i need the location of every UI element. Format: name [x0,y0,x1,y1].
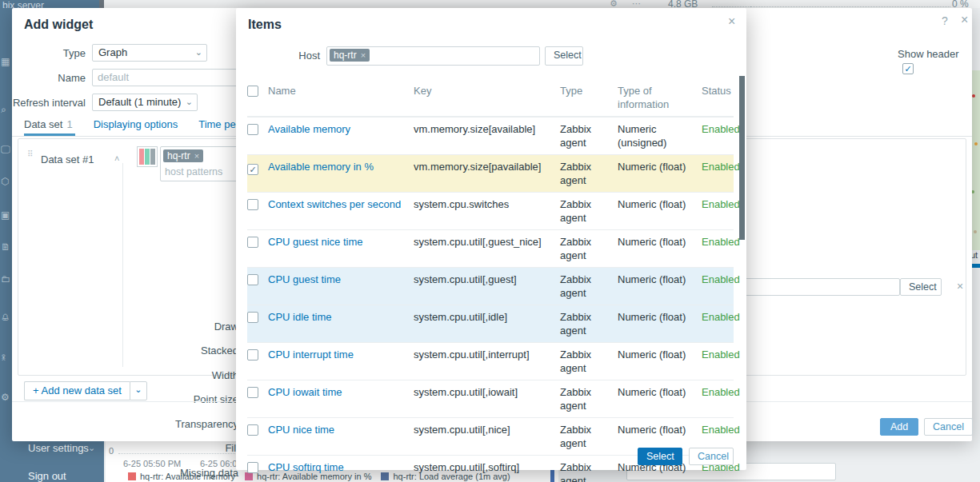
table-header-row: NameKeyTypeType of informationStatus [247,80,734,117]
item-name-link[interactable]: CPU guest time [268,273,341,285]
item-type-of-information: Numeric (float) [618,380,702,417]
add-data-set-dropdown-button[interactable]: ⌄ [130,381,147,400]
host-select-button[interactable]: Select [545,46,583,66]
swatch-stripe [145,149,150,165]
item-name-link[interactable]: CPU iowait time [268,386,342,398]
data-set-title: Data set #1 [41,153,94,165]
select-button[interactable]: Select [638,448,682,465]
collapse-icon[interactable]: ˄ [114,153,119,163]
item-name-link[interactable]: CPU interrupt time [268,349,354,361]
item-type: Zabbix agent [560,230,618,267]
sidebar-item-sign-out[interactable]: Sign out [28,470,66,482]
item-type: Zabbix agent [560,380,618,417]
row-checkbox[interactable]: ✓ [247,164,258,175]
table-row: CPU iowait timesystem.cpu.util[,iowait]Z… [247,380,734,417]
tab-badge: 1 [66,118,72,130]
help-icon[interactable]: ? [942,14,948,27]
column-header: Type [560,80,618,116]
close-icon[interactable]: × [961,13,968,27]
monitoring-icon[interactable]: 🖵 [1,144,12,157]
scrollbar-thumb[interactable] [739,76,745,240]
item-key: system.cpu.util[,iowait] [414,380,560,417]
chevron-down-icon: ⌄ [88,443,95,453]
field-label-draw: Draw [118,321,238,333]
refresh-interval-select[interactable]: Default (1 minute)⌄ [92,94,198,111]
users-icon[interactable]: 🯅 [1,352,12,364]
status-badge: Enabled [702,305,745,342]
item-name-link[interactable]: Available memory [268,123,350,135]
administration-icon[interactable]: ⚙ [1,392,12,404]
row-checkbox[interactable] [247,349,258,361]
data-set-color-swatch[interactable] [137,146,158,167]
row-checkbox[interactable] [247,462,258,473]
table-row: ✓Available memory in %vm.memory.size[pav… [247,154,734,192]
row-checkbox[interactable] [247,199,258,210]
item-type-of-information: Numeric (float) [618,343,702,380]
item-type: Zabbix agent [560,193,618,229]
status-badge: Enabled [702,118,745,154]
row-checkbox[interactable] [247,274,258,285]
type-label: Type [0,47,86,59]
item-key: system.cpu.util[,interrupt] [414,343,560,380]
item-type: Zabbix agent [560,155,618,192]
item-name-link[interactable]: CPU softirq time [268,461,344,473]
type-select[interactable]: Graph⌄ [92,44,207,62]
row-checkbox[interactable] [247,124,258,135]
reports-icon[interactable]: 🗎 [1,241,12,254]
table-row: CPU interrupt timesystem.cpu.util[,inter… [247,342,734,380]
chip-remove-icon[interactable]: × [194,151,199,161]
item-name-link[interactable]: CPU nice time [268,424,334,436]
item-key: system.cpu.switches [414,193,560,229]
add-new-data-set-button[interactable]: + Add new data set [24,381,130,400]
host-multiselect[interactable]: hq-rtr× [326,46,540,66]
sidebar-item-user-settings[interactable]: User settings [28,442,89,454]
items-modal: Items × Host hq-rtr× Select NameKeyTypeT… [236,8,746,470]
table-row: CPU idle timesystem.cpu.util[,idle]Zabbi… [247,305,734,342]
status-badge: Enabled [702,380,745,417]
item-name-link[interactable]: CPU guest nice time [268,236,363,248]
cancel-button[interactable]: Cancel [924,418,973,436]
item-type: Zabbix agent [560,418,618,455]
status-badge: Enabled [702,268,745,305]
drag-handle-icon[interactable]: ⠿ [27,152,34,156]
row-checkbox[interactable] [247,387,258,398]
show-header-label: Show header [898,48,959,60]
data-collection-icon[interactable]: 🗀 [1,273,12,286]
item-type-of-information: Numeric (float) [618,268,702,305]
row-checkbox[interactable] [247,424,258,436]
status-badge: Enabled [702,155,745,192]
host-chip: hq-rtr× [163,149,203,162]
row-checkbox[interactable] [247,312,258,323]
close-icon[interactable]: × [728,14,735,29]
item-key: system.cpu.util[,guest] [414,268,560,305]
item-key: system.cpu.util[,guest_nice] [414,230,560,267]
host-chip: hq-rtr× [330,49,370,62]
inventory-icon[interactable]: ▣ [1,209,12,222]
select-all-checkbox[interactable] [247,86,258,97]
field-label-width: Width [118,369,238,381]
tab-time-period[interactable]: Time period [198,118,238,130]
item-key: vm.memory.size[pavailable] [414,155,560,192]
tab-displaying-options[interactable]: Displaying options [94,118,178,130]
item-key: system.cpu.util[,idle] [414,305,560,342]
cancel-button[interactable]: Cancel [689,448,734,465]
table-row: CPU guest nice timesystem.cpu.util[,gues… [247,229,734,267]
item-type: Zabbix agent [560,343,618,380]
item-name-link[interactable]: CPU idle time [268,311,331,323]
column-header: Key [414,80,560,116]
swatch-stripe [139,149,144,165]
column-header: Name [268,80,414,116]
tab-data-set[interactable]: Data set1 [24,118,73,130]
row-checkbox[interactable] [247,237,258,248]
item-name-link[interactable]: Context switches per second [268,198,401,210]
item-row-remove-icon[interactable]: × [957,280,963,293]
item-patterns-select-button[interactable]: Select [900,278,942,296]
chip-remove-icon[interactable]: × [361,50,366,60]
item-name-link[interactable]: Available memory in % [268,161,374,173]
show-header-checkbox[interactable]: ✓ [902,63,914,74]
services-icon[interactable]: ⬡ [1,176,12,189]
modal-title: Items [248,18,282,32]
alerts-icon[interactable]: 🕭 [1,312,12,325]
item-type-of-information: Numeric (float) [618,155,702,192]
add-button[interactable]: Add [880,418,918,436]
